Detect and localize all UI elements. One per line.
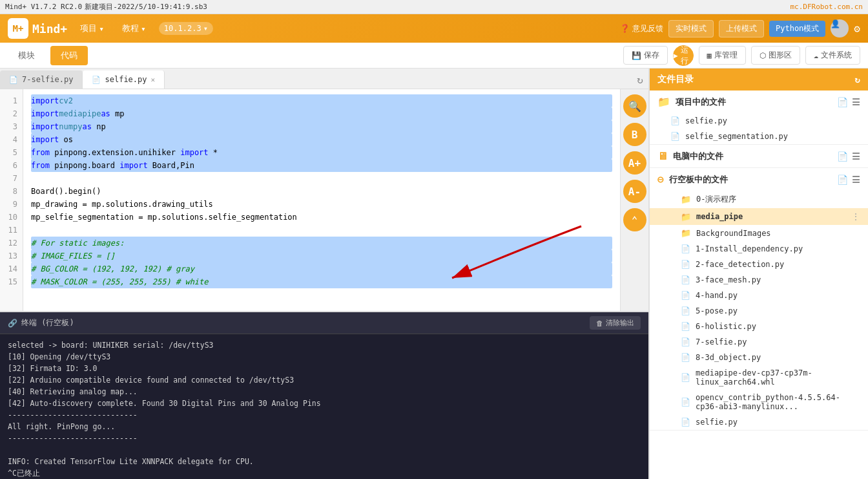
- folder-0-demo[interactable]: 📁 0-演示程序: [650, 191, 868, 208]
- feedback-button[interactable]: ❓ 意见反馈: [620, 23, 663, 34]
- sidebar: 文件目录 ↻ 📁 项目中的文件 📄 ☰ 📄 selfie.py: [648, 69, 868, 479]
- file-icon: 📄: [681, 260, 690, 269]
- library-icon: ▦: [707, 51, 712, 60]
- terminal-line: [42] Auto-discovery complete. Found 30 D…: [8, 398, 641, 409]
- menu-icon[interactable]: ☰: [852, 175, 860, 185]
- terminal-body[interactable]: selected -> board: UNIHIKER serial: /dev…: [0, 334, 648, 479]
- board-file-selfie[interactable]: 📄 7-selfie.py: [650, 334, 868, 350]
- filesystem-button[interactable]: ☁ 文件系统: [805, 46, 860, 65]
- file-icon: 📄: [681, 244, 690, 253]
- terminal-line: [8, 444, 641, 456]
- chevron-down-icon: ▾: [99, 24, 104, 34]
- tab-code[interactable]: 代码: [50, 46, 88, 65]
- library-button[interactable]: ▦ 库管理: [699, 46, 746, 65]
- main-layout: 📄 7-selfie.py 📄 selfie.py ✕ ↻ 12345 6789…: [0, 69, 868, 479]
- code-line: mp_selfie_segmentation = mp.solutions.se…: [31, 211, 612, 224]
- project-file-selfie[interactable]: 📄 selfie.py: [650, 113, 868, 129]
- code-line: import cv2: [31, 94, 612, 107]
- file-icon: 📄: [681, 337, 690, 346]
- board-file-3d[interactable]: 📄 8-3d_object.py: [650, 350, 868, 365]
- clear-output-button[interactable]: 🗑 清除输出: [590, 316, 641, 330]
- filesystem-icon: ☁: [814, 51, 818, 60]
- folder-bg-images[interactable]: 📁 BackgroundImages: [650, 225, 868, 241]
- code-line: [31, 224, 612, 237]
- board-files-header[interactable]: ⊖ 行空板中的文件 📄 ☰: [650, 168, 868, 191]
- project-name: 新建项目-2022/5/10-19:41:9.sb3: [85, 2, 207, 12]
- code-editor[interactable]: 12345 678910 1112131415 import cv2 impor…: [0, 89, 620, 311]
- terminal-line: [32] Firmata ID: 3.0: [8, 363, 641, 374]
- title-bar: Mind+ V1.7.2 RC2.0 新建项目-2022/5/10-19:41:…: [0, 0, 868, 14]
- board-file-holistic[interactable]: 📄 6-holistic.py: [650, 319, 868, 334]
- board-file-install[interactable]: 📄 1-Install_dependency.py: [650, 241, 868, 257]
- menu-icon[interactable]: ☰: [852, 151, 860, 162]
- font-increase-button[interactable]: A+: [623, 151, 646, 175]
- file-tab-icon: 📄: [9, 76, 18, 84]
- terminal-line: All right. PinPong go...: [8, 421, 641, 432]
- new-file-icon[interactable]: 📄: [837, 151, 848, 162]
- context-menu-icon[interactable]: ⋮: [851, 211, 860, 222]
- version-badge[interactable]: 10.1.2.3 ▾: [159, 22, 213, 35]
- project-files-header[interactable]: 📁 项目中的文件 📄 ☰: [650, 90, 868, 113]
- avatar[interactable]: 👤: [831, 19, 849, 37]
- computer-files-header[interactable]: 🖥 电脑中的文件 📄 ☰: [650, 145, 868, 167]
- upload-mode-button[interactable]: 上传模式: [719, 20, 764, 37]
- code-line: from pinpong.extension.unihiker import *: [31, 146, 612, 159]
- run-button[interactable]: ▶ 运行: [673, 45, 694, 66]
- code-line: import os: [31, 133, 612, 146]
- realtime-mode-button[interactable]: 实时模式: [668, 20, 714, 37]
- python-mode-button[interactable]: Python模式: [769, 21, 825, 37]
- board-file-opencv[interactable]: 📄 opencv_contrib_python-4.5.5.64-cp36-ab…: [650, 390, 868, 414]
- save-icon: 💾: [632, 51, 641, 60]
- tab-blocks[interactable]: 模块: [8, 46, 45, 65]
- chevron-down-icon: ▾: [141, 24, 146, 34]
- code-line: # MASK_COLOR = (255, 255, 255) # white: [31, 275, 612, 288]
- menu-icon[interactable]: ☰: [852, 97, 860, 107]
- menu-item-project[interactable]: 项目 ▾: [75, 20, 109, 37]
- board-file-pose[interactable]: 📄 5-pose.py: [650, 303, 868, 319]
- graphics-button[interactable]: ⬡ 图形区: [751, 46, 800, 65]
- close-icon[interactable]: ✕: [151, 76, 156, 84]
- menu-item-tutorial[interactable]: 教程 ▾: [117, 20, 151, 37]
- sidebar-refresh-icon[interactable]: ↻: [855, 74, 860, 85]
- save-button[interactable]: 💾 保存: [623, 46, 668, 65]
- board-file-selfie2[interactable]: 📄 selfie.py: [650, 414, 868, 430]
- logo-area: M+ Mind+: [8, 18, 67, 39]
- refresh-icon[interactable]: ↻: [632, 71, 648, 89]
- file-icon: 📄: [670, 116, 680, 125]
- board-icon: ⊖: [657, 173, 664, 186]
- board-file-hand[interactable]: 📄 4-hand.py: [650, 288, 868, 303]
- chevron-down-icon: ▾: [203, 24, 208, 33]
- file-icon: 📄: [681, 275, 690, 284]
- file-icon: 📄: [681, 373, 690, 382]
- board-file-mediapipe-whl[interactable]: 📄 mediapipe-dev-cp37-cp37m-linux_aarch64…: [650, 365, 868, 390]
- file-tab-selfie[interactable]: 📄 selfie.py ✕: [83, 70, 165, 89]
- format-button[interactable]: ⌃: [623, 208, 646, 231]
- file-icon: 📄: [670, 132, 680, 141]
- clear-icon: 🗑: [596, 319, 603, 327]
- folder-media-pipe[interactable]: 📁 media_pipe ⋮: [650, 208, 868, 225]
- font-decrease-button[interactable]: A-: [623, 180, 646, 203]
- code-line: import mediapipe as mp: [31, 107, 612, 120]
- sidebar-scroll[interactable]: 📁 项目中的文件 📄 ☰ 📄 selfie.py 📄 selfie_segmen…: [650, 90, 868, 479]
- gear-icon[interactable]: ⚙: [854, 23, 860, 35]
- search-button[interactable]: 🔍: [623, 94, 646, 118]
- new-file-icon[interactable]: 📄: [837, 97, 848, 107]
- board-file-face-mesh[interactable]: 📄 3-face_mesh.py: [650, 272, 868, 288]
- toolbar-right: 💾 保存 ▶ 运行 ▦ 库管理 ⬡ 图形区 ☁ 文件系统: [623, 45, 860, 66]
- bold-button[interactable]: B: [623, 123, 646, 146]
- terminal-line: ^C已终止: [8, 467, 641, 479]
- terminal-line: INFO: Created TensorFlow Lite XNNPACK de…: [8, 456, 641, 467]
- folder-icon: 📁: [681, 212, 691, 222]
- sidebar-title: 文件目录: [657, 74, 694, 85]
- line-numbers: 12345 678910 1112131415: [0, 89, 23, 311]
- terminal-icon: 🔗: [8, 319, 17, 328]
- new-file-icon[interactable]: 📄: [837, 175, 848, 185]
- project-file-selfie-seg[interactable]: 📄 selfie_segmentation.py: [650, 129, 868, 144]
- board-file-face-detect[interactable]: 📄 2-face_detection.py: [650, 257, 868, 272]
- file-icon: 📄: [681, 322, 690, 331]
- code-line: # For static images:: [31, 237, 612, 250]
- logo-icon: M+: [8, 18, 28, 39]
- file-tab-7selfie[interactable]: 📄 7-selfie.py: [0, 70, 83, 89]
- file-tab-icon: 📄: [92, 76, 101, 84]
- code-line: import numpy as np: [31, 120, 612, 133]
